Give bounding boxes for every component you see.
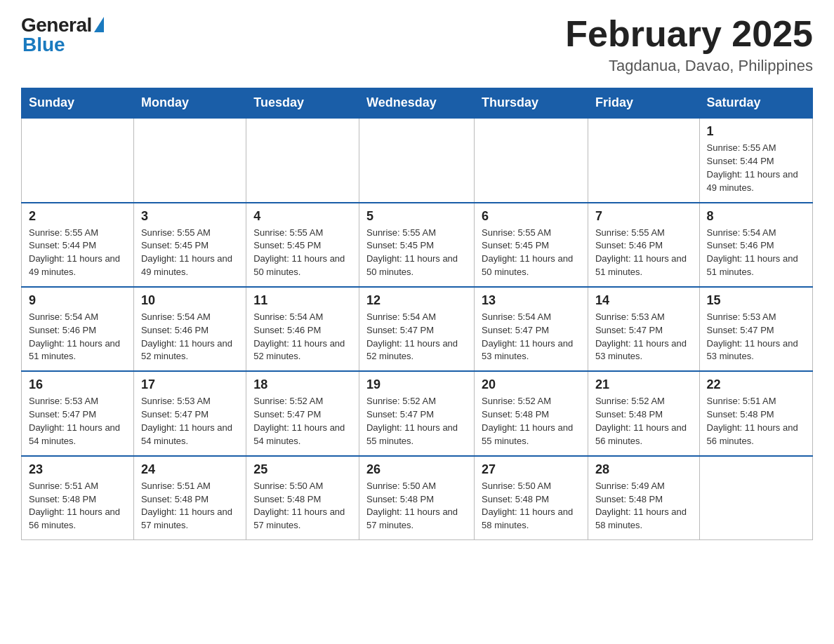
day-info: Sunrise: 5:52 AM Sunset: 5:47 PM Dayligh… [253, 395, 352, 448]
day-info: Sunrise: 5:50 AM Sunset: 5:48 PM Dayligh… [482, 480, 581, 532]
calendar-header-sunday: Sunday [22, 88, 134, 119]
calendar-header-saturday: Saturday [699, 88, 812, 119]
day-info: Sunrise: 5:54 AM Sunset: 5:46 PM Dayligh… [253, 311, 352, 363]
calendar-week-row: 9Sunrise: 5:54 AM Sunset: 5:46 PM Daylig… [22, 287, 813, 371]
calendar-week-row: 16Sunrise: 5:53 AM Sunset: 5:47 PM Dayli… [22, 371, 813, 455]
day-number: 1 [707, 124, 805, 139]
calendar-cell: 3Sunrise: 5:55 AM Sunset: 5:45 PM Daylig… [133, 203, 246, 287]
logo-triangle-icon [94, 17, 104, 32]
day-info: Sunrise: 5:54 AM Sunset: 5:46 PM Dayligh… [141, 311, 239, 363]
day-number: 6 [482, 209, 581, 224]
day-info: Sunrise: 5:55 AM Sunset: 5:45 PM Dayligh… [253, 227, 352, 279]
day-number: 21 [595, 377, 692, 392]
calendar-cell: 9Sunrise: 5:54 AM Sunset: 5:46 PM Daylig… [22, 287, 134, 371]
calendar-cell: 17Sunrise: 5:53 AM Sunset: 5:47 PM Dayli… [133, 371, 246, 455]
calendar-header-wednesday: Wednesday [359, 88, 474, 119]
day-number: 28 [595, 462, 692, 477]
day-number: 15 [707, 293, 805, 308]
calendar-cell: 15Sunrise: 5:53 AM Sunset: 5:47 PM Dayli… [699, 287, 812, 371]
calendar-cell: 20Sunrise: 5:52 AM Sunset: 5:48 PM Dayli… [475, 371, 588, 455]
calendar-cell: 8Sunrise: 5:54 AM Sunset: 5:46 PM Daylig… [699, 203, 812, 287]
calendar-cell: 14Sunrise: 5:53 AM Sunset: 5:47 PM Dayli… [588, 287, 699, 371]
day-number: 18 [253, 377, 352, 392]
calendar-cell: 25Sunrise: 5:50 AM Sunset: 5:48 PM Dayli… [246, 456, 359, 540]
calendar-cell: 10Sunrise: 5:54 AM Sunset: 5:46 PM Dayli… [133, 287, 246, 371]
day-number: 4 [253, 209, 352, 224]
logo-blue-text: Blue [21, 34, 65, 56]
day-number: 26 [366, 462, 467, 477]
calendar-cell: 16Sunrise: 5:53 AM Sunset: 5:47 PM Dayli… [22, 371, 134, 455]
day-info: Sunrise: 5:51 AM Sunset: 5:48 PM Dayligh… [707, 395, 805, 448]
day-info: Sunrise: 5:54 AM Sunset: 5:46 PM Dayligh… [29, 311, 126, 363]
day-info: Sunrise: 5:55 AM Sunset: 5:46 PM Dayligh… [595, 227, 692, 279]
day-number: 2 [29, 209, 126, 224]
calendar-cell [133, 118, 246, 202]
calendar-week-row: 1Sunrise: 5:55 AM Sunset: 5:44 PM Daylig… [22, 118, 813, 202]
calendar-week-row: 2Sunrise: 5:55 AM Sunset: 5:44 PM Daylig… [22, 203, 813, 287]
calendar-cell: 13Sunrise: 5:54 AM Sunset: 5:47 PM Dayli… [475, 287, 588, 371]
day-info: Sunrise: 5:53 AM Sunset: 5:47 PM Dayligh… [595, 311, 692, 363]
day-info: Sunrise: 5:54 AM Sunset: 5:47 PM Dayligh… [366, 311, 467, 363]
day-number: 24 [141, 462, 239, 477]
logo: General Blue [21, 14, 104, 56]
day-info: Sunrise: 5:55 AM Sunset: 5:45 PM Dayligh… [482, 227, 581, 279]
calendar-cell: 11Sunrise: 5:54 AM Sunset: 5:46 PM Dayli… [246, 287, 359, 371]
calendar-cell [359, 118, 474, 202]
day-number: 23 [29, 462, 126, 477]
day-number: 10 [141, 293, 239, 308]
calendar-week-row: 23Sunrise: 5:51 AM Sunset: 5:48 PM Dayli… [22, 456, 813, 540]
day-number: 12 [366, 293, 467, 308]
calendar-cell: 4Sunrise: 5:55 AM Sunset: 5:45 PM Daylig… [246, 203, 359, 287]
day-info: Sunrise: 5:50 AM Sunset: 5:48 PM Dayligh… [253, 480, 352, 532]
day-number: 8 [707, 209, 805, 224]
calendar-header-thursday: Thursday [475, 88, 588, 119]
calendar-cell: 21Sunrise: 5:52 AM Sunset: 5:48 PM Dayli… [588, 371, 699, 455]
calendar-cell: 12Sunrise: 5:54 AM Sunset: 5:47 PM Dayli… [359, 287, 474, 371]
day-number: 17 [141, 377, 239, 392]
day-number: 5 [366, 209, 467, 224]
calendar-cell: 1Sunrise: 5:55 AM Sunset: 5:44 PM Daylig… [699, 118, 812, 202]
calendar-cell: 28Sunrise: 5:49 AM Sunset: 5:48 PM Dayli… [588, 456, 699, 540]
day-number: 16 [29, 377, 126, 392]
day-number: 25 [253, 462, 352, 477]
calendar-cell: 24Sunrise: 5:51 AM Sunset: 5:48 PM Dayli… [133, 456, 246, 540]
calendar-cell [22, 118, 134, 202]
calendar-cell: 23Sunrise: 5:51 AM Sunset: 5:48 PM Dayli… [22, 456, 134, 540]
day-number: 9 [29, 293, 126, 308]
day-info: Sunrise: 5:52 AM Sunset: 5:47 PM Dayligh… [366, 395, 467, 448]
day-info: Sunrise: 5:49 AM Sunset: 5:48 PM Dayligh… [595, 480, 692, 532]
calendar-table: SundayMondayTuesdayWednesdayThursdayFrid… [21, 88, 813, 540]
day-number: 27 [482, 462, 581, 477]
calendar-cell: 7Sunrise: 5:55 AM Sunset: 5:46 PM Daylig… [588, 203, 699, 287]
day-info: Sunrise: 5:55 AM Sunset: 5:45 PM Dayligh… [366, 227, 467, 279]
day-info: Sunrise: 5:52 AM Sunset: 5:48 PM Dayligh… [595, 395, 692, 448]
day-info: Sunrise: 5:53 AM Sunset: 5:47 PM Dayligh… [141, 395, 239, 448]
calendar-cell: 18Sunrise: 5:52 AM Sunset: 5:47 PM Dayli… [246, 371, 359, 455]
calendar-cell: 22Sunrise: 5:51 AM Sunset: 5:48 PM Dayli… [699, 371, 812, 455]
day-number: 14 [595, 293, 692, 308]
month-title: February 2025 [565, 14, 813, 54]
day-info: Sunrise: 5:54 AM Sunset: 5:46 PM Dayligh… [707, 227, 805, 279]
day-info: Sunrise: 5:50 AM Sunset: 5:48 PM Dayligh… [366, 480, 467, 532]
calendar-header-tuesday: Tuesday [246, 88, 359, 119]
calendar-cell [475, 118, 588, 202]
day-info: Sunrise: 5:55 AM Sunset: 5:45 PM Dayligh… [141, 227, 239, 279]
calendar-header-friday: Friday [588, 88, 699, 119]
day-info: Sunrise: 5:51 AM Sunset: 5:48 PM Dayligh… [29, 480, 126, 532]
calendar-cell: 26Sunrise: 5:50 AM Sunset: 5:48 PM Dayli… [359, 456, 474, 540]
day-info: Sunrise: 5:51 AM Sunset: 5:48 PM Dayligh… [141, 480, 239, 532]
calendar-cell: 6Sunrise: 5:55 AM Sunset: 5:45 PM Daylig… [475, 203, 588, 287]
calendar-cell [588, 118, 699, 202]
calendar-cell: 2Sunrise: 5:55 AM Sunset: 5:44 PM Daylig… [22, 203, 134, 287]
day-number: 3 [141, 209, 239, 224]
day-info: Sunrise: 5:54 AM Sunset: 5:47 PM Dayligh… [482, 311, 581, 363]
day-info: Sunrise: 5:52 AM Sunset: 5:48 PM Dayligh… [482, 395, 581, 448]
day-number: 20 [482, 377, 581, 392]
calendar-cell [246, 118, 359, 202]
day-number: 13 [482, 293, 581, 308]
calendar-cell [699, 456, 812, 540]
day-info: Sunrise: 5:53 AM Sunset: 5:47 PM Dayligh… [707, 311, 805, 363]
title-section: February 2025 Tagdanua, Davao, Philippin… [565, 14, 813, 75]
day-info: Sunrise: 5:55 AM Sunset: 5:44 PM Dayligh… [707, 142, 805, 194]
day-number: 19 [366, 377, 467, 392]
